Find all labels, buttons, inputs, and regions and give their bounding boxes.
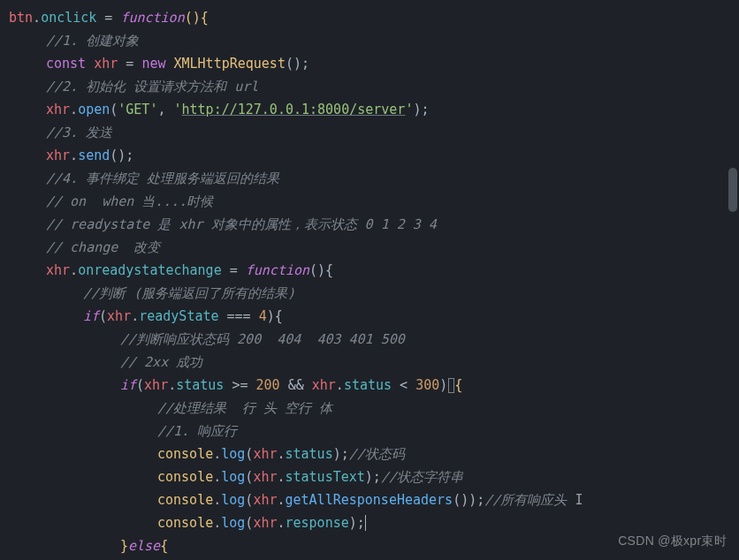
code-line: console.log(xhr.getAllResponseHeaders())… — [9, 489, 739, 512]
code-line: xhr.open('GET', 'http://127.0.0.1:8000/s… — [9, 99, 739, 122]
code-line: // on when 当....时候 — [9, 191, 739, 214]
code-line: //3. 发送 — [9, 122, 739, 145]
code-line: //判断响应状态码 200 404 403 401 500 — [9, 329, 739, 352]
code-line: //4. 事件绑定 处理服务端返回的结果 — [9, 168, 739, 191]
code-line: // 2xx 成功 — [9, 352, 739, 375]
text-cursor-icon: I — [575, 492, 583, 508]
scrollbar-thumb[interactable] — [728, 168, 737, 212]
code-line: if(xhr.status >= 200 && xhr.status < 300… — [9, 375, 739, 397]
code-line: const xhr = new XMLHttpRequest(); — [9, 53, 739, 76]
code-line: //判断 (服务端返回了所有的结果) — [9, 283, 739, 306]
code-editor[interactable]: btn.onclick = function(){ //1. 创建对象 cons… — [0, 7, 739, 558]
caret-icon — [365, 515, 366, 531]
code-line: xhr.send(); — [9, 145, 739, 168]
code-line: //1. 响应行 — [9, 420, 739, 443]
code-line: //2. 初始化 设置请求方法和 url — [9, 76, 739, 99]
code-line: console.log(xhr.statusText);//状态字符串 — [9, 466, 739, 489]
code-line: //1. 创建对象 — [9, 30, 739, 53]
code-line: xhr.onreadystatechange = function(){ — [9, 260, 739, 283]
code-line: //处理结果 行 头 空行 体 — [9, 397, 739, 420]
code-line: // change 改变 — [9, 237, 739, 260]
code-line: // readystate 是 xhr 对象中的属性，表示状态 0 1 2 3 … — [9, 214, 739, 237]
code-line: console.log(xhr.status);//状态码 — [9, 443, 739, 466]
watermark-text: CSDN @极xpr束时 — [618, 530, 727, 551]
code-line: if(xhr.readyState === 4){ — [9, 306, 739, 329]
code-line: btn.onclick = function(){ — [9, 7, 739, 30]
